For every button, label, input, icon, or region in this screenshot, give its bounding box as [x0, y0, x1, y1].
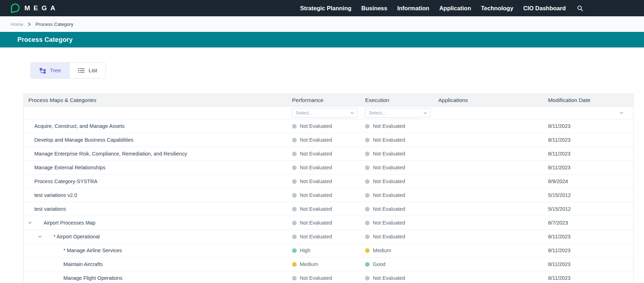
nav-information[interactable]: Information: [397, 5, 429, 12]
execution-filter-select[interactable]: Select...: [365, 108, 431, 118]
modification-date: 8/11/2023: [548, 234, 570, 239]
chevron-down-icon[interactable]: [36, 234, 43, 239]
nav-technology[interactable]: Technology: [481, 5, 513, 12]
page-title: Process Category: [17, 36, 73, 44]
execution-cell: Not Evaluated: [365, 234, 438, 239]
table-filter-row: Select... Select...: [24, 107, 633, 119]
execution-cell: Not Evaluated: [365, 137, 438, 143]
table-row[interactable]: Maintain Aircrafts Medium Good 8/11/2023: [24, 257, 633, 271]
performance-cell: Not Evaluated: [292, 123, 365, 129]
execution-cell: Not Evaluated: [365, 123, 438, 129]
process-name[interactable]: Manage Flight Operations: [63, 275, 122, 281]
modification-date: 8/9/2024: [548, 179, 568, 184]
modification-date: 8/11/2023: [548, 248, 570, 253]
status-label: Not Evaluated: [373, 165, 405, 170]
performance-cell: Not Evaluated: [292, 234, 365, 239]
column-header-applications[interactable]: Applications: [438, 97, 548, 103]
status-dot-icon: [292, 193, 297, 198]
table-header-row: Process Maps & Categories Performance Ex…: [24, 94, 633, 107]
status-dot-icon: [365, 152, 370, 156]
table-row[interactable]: Acquire, Construct, and Manage Assets No…: [24, 119, 633, 133]
status-label: Not Evaluated: [373, 234, 405, 239]
process-name[interactable]: test variations v2.0: [34, 192, 77, 198]
mega-logo[interactable]: MEGA: [9, 3, 59, 13]
main-nav: Strategic Planning Business Information …: [300, 5, 583, 12]
status-label: Not Evaluated: [373, 275, 405, 281]
process-name[interactable]: * Airport Operational: [53, 234, 100, 239]
process-name[interactable]: Manage Enterprise Risk, Compliance, Reme…: [34, 151, 187, 157]
table-row[interactable]: Develop and Manage Business Capabilities…: [24, 133, 633, 147]
table-row[interactable]: Manage Enterprise Risk, Compliance, Reme…: [24, 147, 633, 161]
modification-date: 8/7/2023: [548, 220, 568, 226]
column-header-performance[interactable]: Performance: [292, 97, 365, 103]
process-name[interactable]: * Manage Airline Services: [63, 248, 122, 253]
status-label: Not Evaluated: [300, 123, 332, 129]
performance-cell: High: [292, 248, 365, 253]
brand-text: MEGA: [24, 4, 59, 12]
status-label: Not Evaluated: [300, 192, 332, 198]
status-label: High: [300, 248, 310, 253]
nav-strategic-planning[interactable]: Strategic Planning: [300, 5, 352, 12]
execution-cell: Medium: [365, 248, 438, 253]
breadcrumb: Home Process Category: [0, 16, 644, 32]
execution-cell: Not Evaluated: [365, 220, 438, 226]
table-row[interactable]: Process Category-SYSTRA Not Evaluated No…: [24, 175, 633, 188]
performance-filter-select[interactable]: Select...: [292, 108, 358, 118]
execution-cell: Not Evaluated: [365, 165, 438, 170]
nav-application[interactable]: Application: [439, 5, 471, 12]
status-label: Not Evaluated: [373, 220, 405, 226]
process-name[interactable]: Manage External Relationships: [34, 165, 106, 170]
chevron-right-icon: [28, 22, 31, 26]
status-label: Not Evaluated: [373, 179, 405, 184]
table-row[interactable]: * Manage Airline Services High Medium 8/…: [24, 244, 633, 257]
table-row[interactable]: Manage Flight Operations Not Evaluated N…: [24, 271, 633, 283]
modification-date: 8/11/2023: [548, 261, 570, 267]
table-body: Acquire, Construct, and Manage Assets No…: [24, 119, 633, 283]
tree-view-button[interactable]: Tree: [31, 63, 69, 78]
process-name[interactable]: Process Category-SYSTRA: [34, 179, 97, 184]
status-label: Not Evaluated: [373, 137, 405, 143]
breadcrumb-home-link[interactable]: Home: [11, 22, 23, 27]
status-dot-icon: [292, 262, 297, 267]
table-row[interactable]: test variations v2.0 Not Evaluated Not E…: [24, 188, 633, 202]
status-dot-icon: [292, 248, 297, 253]
chevron-down-icon[interactable]: [27, 220, 33, 226]
status-label: Medium: [373, 248, 391, 253]
process-name[interactable]: Airport Processes Map: [44, 220, 96, 226]
table-row[interactable]: Manage External Relationships Not Evalua…: [24, 161, 633, 175]
nav-cio-dashboard[interactable]: CIO Dashboard: [523, 5, 566, 12]
process-name[interactable]: test variations: [34, 206, 66, 212]
performance-cell: Not Evaluated: [292, 206, 365, 212]
list-view-button[interactable]: List: [69, 63, 106, 78]
execution-cell: Good: [365, 261, 438, 267]
modification-date-filter-caret[interactable]: [618, 110, 625, 115]
process-name[interactable]: Acquire, Construct, and Manage Assets: [34, 123, 125, 129]
column-header-process-maps[interactable]: Process Maps & Categories: [24, 97, 292, 103]
performance-cell: Not Evaluated: [292, 220, 365, 226]
table-row[interactable]: test variations Not Evaluated Not Evalua…: [24, 202, 633, 216]
status-label: Not Evaluated: [300, 220, 332, 226]
status-label: Good: [373, 261, 385, 267]
status-dot-icon: [292, 221, 297, 225]
status-label: Not Evaluated: [300, 179, 332, 184]
execution-cell: Not Evaluated: [365, 206, 438, 212]
status-dot-icon: [292, 234, 297, 239]
performance-cell: Medium: [292, 261, 365, 267]
performance-filter-placeholder: Select...: [296, 110, 313, 115]
column-header-execution[interactable]: Execution: [365, 97, 438, 103]
breadcrumb-current: Process Category: [35, 22, 73, 27]
column-header-modification-date[interactable]: Modification Date: [548, 97, 633, 103]
nav-business[interactable]: Business: [361, 5, 387, 12]
chevron-down-icon: [423, 112, 427, 114]
modification-date: 8/11/2023: [548, 151, 570, 157]
table-row[interactable]: Airport Processes Map Not Evaluated Not …: [24, 216, 633, 230]
execution-cell: Not Evaluated: [365, 192, 438, 198]
top-navbar: MEGA Strategic Planning Business Informa…: [0, 0, 644, 16]
status-dot-icon: [292, 207, 297, 211]
table-row[interactable]: * Airport Operational Not Evaluated Not …: [24, 230, 633, 244]
search-icon[interactable]: [577, 5, 583, 11]
process-name[interactable]: Develop and Manage Business Capabilities: [34, 137, 133, 143]
list-icon: [78, 68, 85, 73]
status-dot-icon: [292, 124, 297, 129]
process-name[interactable]: Maintain Aircrafts: [63, 261, 103, 267]
